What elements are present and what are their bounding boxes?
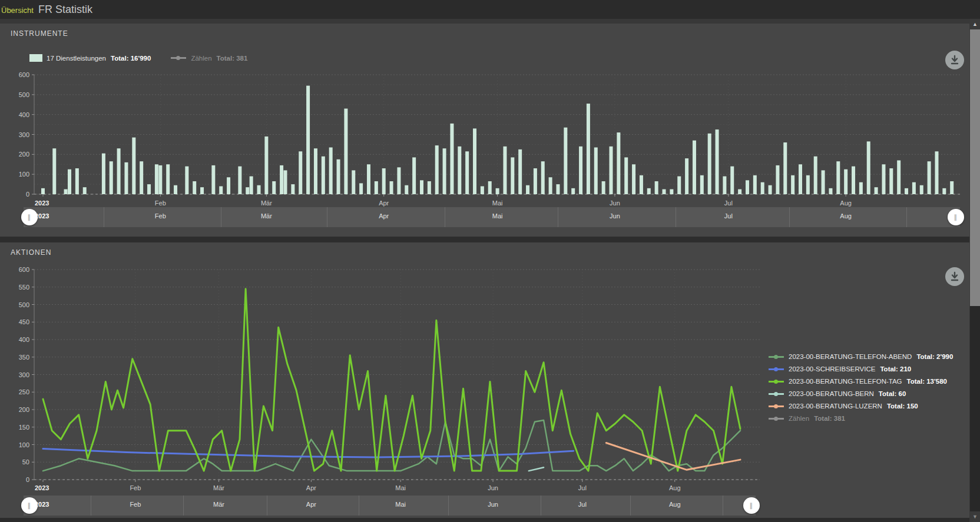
bar	[299, 151, 302, 194]
bar	[64, 189, 68, 194]
x-axis-label: Jul	[724, 200, 733, 207]
bar	[503, 147, 506, 194]
bar	[746, 180, 749, 194]
y-axis-label: 400	[19, 336, 29, 343]
series-dot-icon	[176, 56, 180, 60]
series-line	[529, 467, 544, 471]
series-dot-icon	[774, 355, 778, 359]
bottom-strip	[0, 518, 969, 522]
y-axis-label: 100	[19, 171, 29, 178]
navigator-separator	[630, 496, 631, 516]
navigator-month-label: Apr	[306, 501, 316, 508]
navigator-month-label: Jun	[488, 501, 498, 508]
bar	[246, 187, 249, 194]
scrollbar-thumb[interactable]	[970, 29, 980, 306]
scroll-up-icon[interactable]: ▲	[970, 19, 980, 29]
download-button[interactable]	[945, 267, 964, 286]
scroll-down-icon[interactable]: ▼	[970, 511, 980, 522]
y-axis-label: 400	[19, 111, 29, 118]
x-axis-label: Jun	[610, 200, 620, 207]
navigator-month-label: Mai	[395, 501, 406, 508]
aktionen-navigator[interactable]: 2023FebMärAprMaiJunJulAug∥∥	[24, 496, 756, 516]
x-axis-label: Aug	[840, 200, 852, 207]
navigator-separator	[267, 496, 267, 516]
bar	[443, 148, 446, 194]
bar	[518, 149, 522, 194]
bar	[337, 159, 340, 194]
bar	[912, 182, 916, 194]
bar	[450, 124, 453, 194]
y-axis-label: 50	[22, 458, 29, 466]
navigator-month-label: Feb	[130, 501, 141, 508]
navigator-right-handle[interactable]: ∥	[948, 209, 964, 225]
y-axis-label: 500	[19, 301, 29, 308]
bar	[52, 148, 56, 194]
series-line-icon	[769, 368, 784, 370]
navigator-month-label: Aug	[669, 501, 681, 508]
series-line-icon	[769, 393, 784, 395]
download-icon	[945, 51, 964, 69]
legend-item[interactable]: 2023-00-BERATUNG-LUZERNTotal: 150	[769, 403, 953, 410]
fr-statistik-page: Übersicht FR Statistik 2023FebMärAprMaiJ…	[0, 0, 980, 522]
navigator-right-handle[interactable]: ∥	[743, 497, 760, 514]
bar	[405, 185, 408, 194]
x-axis-label: Mai	[492, 200, 503, 207]
bar	[829, 188, 832, 194]
y-axis-label: 350	[19, 354, 29, 361]
legend-total: Total: 60	[879, 390, 906, 397]
vertical-scrollbar[interactable]: ▲ ▼	[970, 19, 980, 522]
download-button[interactable]	[945, 51, 964, 69]
x-axis-label: Feb	[155, 200, 166, 207]
x-axis-label: 2023	[35, 484, 49, 491]
bar	[564, 128, 567, 194]
navigator-separator	[789, 207, 790, 227]
series-line	[43, 289, 740, 471]
legend-label: 2023-00-BERATUNG-BERN	[789, 390, 874, 397]
legend-total: Total: 150	[887, 403, 918, 410]
navigator-month-label: Jun	[610, 212, 620, 220]
bar	[272, 181, 276, 194]
legend-item[interactable]: 17 DienstleistungenTotal: 16'990	[29, 54, 151, 62]
navigator-left-handle[interactable]: ∥	[21, 209, 38, 225]
legend-item[interactable]: 2023-00-BERATUNG-BERNTotal: 60	[769, 390, 953, 397]
x-axis-label: Apr	[379, 200, 389, 207]
navigator-separator	[541, 496, 541, 516]
bar	[602, 181, 605, 194]
navigator-separator	[104, 207, 104, 227]
legend-item[interactable]: ZählenTotal: 381	[769, 415, 953, 422]
bar	[549, 177, 552, 194]
legend-item[interactable]: 2023-00-BERATUNG-TELEFON-TAGTotal: 13'58…	[769, 378, 953, 385]
bar	[814, 157, 817, 194]
grip-icon: ∥	[28, 214, 32, 221]
bar	[594, 147, 598, 194]
panel-divider	[0, 237, 969, 242]
bar	[314, 148, 317, 194]
bar	[185, 167, 188, 194]
navigator-left-handle[interactable]: ∥	[21, 497, 38, 514]
bar	[124, 162, 128, 194]
bar	[905, 188, 908, 194]
legend-item[interactable]: 2023-00-BERATUNG-TELEFON-ABENDTotal: 2'9…	[769, 353, 953, 360]
navigator-separator	[676, 207, 676, 227]
y-axis-label: 550	[19, 284, 29, 291]
navigator-month-label: Apr	[379, 212, 389, 220]
x-axis-label: Feb	[130, 484, 141, 491]
instrumente-navigator[interactable]: 2023FebMärAprMaiJunJulAug∥∥	[24, 207, 960, 227]
bar	[730, 167, 734, 194]
legend-item[interactable]: 2023-00-SCHREIBSERVICETotal: 210	[769, 365, 953, 373]
breadcrumb[interactable]: Übersicht	[1, 6, 34, 15]
bar	[928, 161, 931, 194]
navigator-separator	[359, 496, 359, 516]
navigator-separator	[91, 496, 91, 516]
legend-total: Total: 381	[217, 55, 248, 62]
navigator-separator	[723, 496, 723, 516]
series-dot-icon	[774, 417, 778, 421]
legend-item[interactable]: ZählenTotal: 381	[171, 54, 247, 62]
y-axis-label: 600	[19, 266, 29, 273]
bar	[412, 157, 416, 194]
bar	[83, 187, 87, 194]
bar	[541, 161, 545, 194]
bar	[488, 181, 492, 194]
legend-label: 17 Dienstleistungen	[47, 55, 106, 62]
bar	[852, 167, 855, 194]
